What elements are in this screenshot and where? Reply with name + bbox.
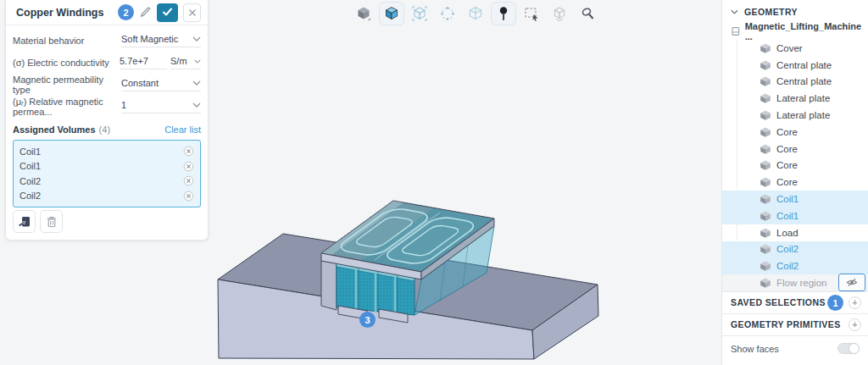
tree-item-coil1[interactable]: Coil1 [722,207,868,224]
list-item[interactable]: Coil2 [14,189,200,204]
edit-pencil-icon[interactable] [139,6,152,19]
eye-slash-icon [846,278,858,287]
tree-item-central-plate[interactable]: Central plate [722,74,868,91]
cube-icon [760,109,771,121]
viewport-toolbar [351,2,600,25]
list-item[interactable]: Coil2 [14,174,200,189]
chevron-down-icon [194,59,201,64]
assigned-volumes-count: (4) [99,124,165,135]
cube-icon [760,59,771,71]
geometry-header-label: GEOMETRY [744,7,798,17]
list-item[interactable]: Coil1 [14,144,200,159]
cube-icon [760,176,771,188]
field-label: (μᵣ) Relative magnetic permea... [13,97,121,117]
cube-icon [760,92,771,104]
box-select-icon[interactable] [519,2,544,25]
confirm-button[interactable] [157,3,178,22]
vertex-select-icon[interactable] [435,2,460,25]
scene-tree-panel: GEOMETRY Magnetic_Lifting_Machine ... Co… [721,0,868,365]
add-geometry-primitive-button[interactable]: + [849,318,861,331]
box-arrow-icon [18,215,31,229]
chevron-down-icon [192,36,201,41]
probe-pin-icon[interactable] [491,2,516,25]
field-label: (σ) Electric conductivity [13,58,120,68]
field-label: Material behavior [13,36,121,46]
visibility-toggle-button[interactable] [838,274,865,291]
trash-icon [45,215,58,229]
geometry-tree: Cover Central plate Central plate Latera… [722,40,868,291]
remove-icon[interactable] [183,161,194,172]
shaded-cube-icon[interactable] [379,2,404,25]
cube-icon [760,260,771,272]
conductivity-input[interactable]: 5.7e+7 [120,56,167,69]
cube-icon [760,42,771,54]
show-faces-toggle[interactable] [837,343,860,354]
tree-item-lateral-plate[interactable]: Lateral plate [722,90,868,107]
geometry-primitives-label: GEOMETRY PRIMITIVES [731,319,849,329]
remove-icon[interactable] [183,175,194,186]
close-icon [188,8,197,17]
part-icon [731,26,741,36]
wireframe-cube-icon[interactable] [463,2,488,25]
solid-cube-icon[interactable] [351,2,376,25]
tree-item-load[interactable]: Load [722,224,868,241]
remove-icon[interactable] [183,146,194,157]
list-item[interactable]: Coil1 [14,159,200,174]
cube-icon [760,277,771,289]
assigned-volumes-label: Assigned Volumes [13,124,96,135]
cube-icon [760,143,771,155]
show-faces-row: Show faces [722,335,868,362]
cube-icon [760,75,771,87]
saved-selections-section[interactable]: SAVED SELECTIONS + [722,291,868,313]
assembly-icon[interactable] [547,2,572,25]
field-electric-conductivity: (σ) Electric conductivity 5.7e+7 S/m [6,52,208,74]
field-material-behavior: Material behavior Soft Magnetic [6,30,208,52]
tree-item-core[interactable]: Core [722,124,868,141]
tree-root-label: Magnetic_Lifting_Machine ... [745,21,868,41]
panel-title: Copper Windings [16,7,118,19]
relative-permeability-input[interactable]: 1 [121,100,201,113]
conductivity-unit-select[interactable]: S/m [170,56,201,69]
field-permeability-type: Magnetic permeability type Constant [6,74,208,96]
tree-root-item[interactable]: Magnetic_Lifting_Machine ... [722,23,868,40]
measure-icon[interactable] [575,2,600,25]
field-relative-permeability: (μᵣ) Relative magnetic permea... 1 [6,96,208,118]
check-icon [162,8,173,17]
assigned-volumes-list: Coil1 Coil1 Coil2 Coil2 [13,140,201,207]
delete-button[interactable] [40,210,63,233]
transparent-cube-icon[interactable] [407,2,432,25]
material-behavior-select[interactable]: Soft Magnetic [121,34,201,47]
cube-icon [760,243,771,255]
tree-item-core[interactable]: Core [722,158,868,174]
material-properties-panel: Copper Windings 2 Material behavior Soft… [5,0,209,241]
cube-icon [760,193,771,205]
tree-item-coil1[interactable]: Coil1 [722,191,868,207]
geometry-primitives-section[interactable]: GEOMETRY PRIMITIVES + [722,313,868,335]
field-label: Magnetic permeability type [13,75,121,95]
permeability-type-select[interactable]: Constant [121,78,201,91]
tree-item-flow-region[interactable]: Flow region [722,274,868,291]
import-selection-button[interactable] [13,210,36,233]
cube-icon [760,159,771,171]
cube-icon [760,227,771,239]
step-badge-2: 2 [118,4,134,20]
show-faces-label: Show faces [731,344,837,354]
cube-icon [760,210,771,222]
tree-item-core[interactable]: Core [722,174,868,191]
clear-list-link[interactable]: Clear list [164,124,201,135]
tree-item-lateral-plate[interactable]: Lateral plate [722,107,868,124]
chevron-down-icon [192,102,201,108]
tree-item-core[interactable]: Core [722,141,868,158]
step-badge-3: 3 [359,312,376,328]
add-saved-selection-button[interactable]: + [849,296,861,309]
tree-item-coil2[interactable]: Coil2 [722,241,868,258]
remove-icon[interactable] [183,191,194,202]
step-badge-1: 1 [827,295,843,311]
tree-item-central-plate[interactable]: Central plate [722,57,868,74]
chevron-down-icon [192,80,201,86]
geometry-section-header[interactable]: GEOMETRY [722,0,868,23]
close-button[interactable] [183,3,201,22]
tree-item-coil2[interactable]: Coil2 [722,257,868,274]
panel-header: Copper Windings 2 [6,0,208,25]
tree-item-cover[interactable]: Cover [722,40,868,57]
